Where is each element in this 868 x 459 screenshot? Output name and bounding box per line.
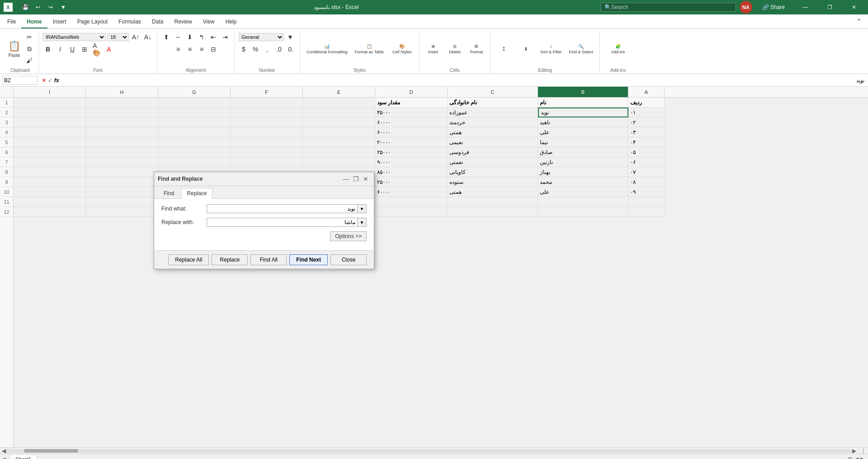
tab-help[interactable]: Help — [220, 16, 242, 28]
find-all-button[interactable]: Find All — [250, 254, 287, 265]
cell-d3[interactable]: ۶۰۰۰۰ — [375, 117, 448, 127]
tab-find[interactable]: Find — [158, 188, 180, 198]
row-num-9[interactable]: 9 — [0, 177, 13, 187]
undo-button[interactable]: ↩ — [33, 2, 43, 13]
col-header-f[interactable]: F — [231, 87, 303, 97]
font-name-select[interactable]: IRANSansWeb — [42, 33, 106, 41]
confirm-formula-button[interactable]: ✓ — [48, 77, 52, 84]
cell-d10[interactable]: ۶۰۰۰۰ — [375, 187, 448, 197]
cell-c4[interactable]: همتی — [448, 127, 538, 137]
row-num-10[interactable]: 10 — [0, 187, 13, 197]
number-format-select[interactable]: General — [239, 33, 284, 41]
align-middle-button[interactable]: ↔ — [173, 32, 184, 42]
tab-home[interactable]: Home — [21, 16, 47, 28]
number-format-expand[interactable]: ▼ — [285, 32, 296, 42]
col-header-e[interactable]: E — [303, 87, 375, 97]
cell-h1[interactable] — [86, 98, 158, 108]
cell-h10[interactable] — [86, 187, 158, 197]
cell-e7[interactable] — [303, 157, 375, 167]
cell-i3[interactable] — [14, 117, 86, 127]
add-ins-button[interactable]: 🧩 Add-ins — [609, 35, 628, 62]
options-button[interactable]: Options >> — [330, 231, 367, 241]
insert-cells-button[interactable]: ⊕ Insert — [423, 35, 443, 62]
tab-view[interactable]: View — [198, 16, 220, 28]
cell-f3[interactable] — [231, 117, 303, 127]
cell-c6[interactable]: فردوسی — [448, 147, 538, 157]
bold-button[interactable]: B — [42, 44, 53, 55]
cell-g7[interactable] — [158, 157, 231, 167]
cell-h4[interactable] — [86, 127, 158, 137]
percent-button[interactable]: % — [250, 44, 261, 55]
share-button[interactable]: 🔗 Share — [756, 1, 791, 13]
cell-e6[interactable] — [303, 147, 375, 157]
row-num-5[interactable]: 5 — [0, 137, 13, 147]
cell-d12[interactable] — [375, 207, 448, 217]
cell-f4[interactable] — [231, 127, 303, 137]
cell-c8[interactable]: کاویانی — [448, 167, 538, 177]
cell-reference-input[interactable] — [2, 76, 38, 85]
indent-decrease-button[interactable]: ⇤ — [208, 32, 219, 42]
cell-g5[interactable] — [158, 137, 231, 147]
font-color-button[interactable]: A — [104, 44, 114, 55]
cell-b2[interactable]: نوید — [538, 108, 628, 117]
cell-i7[interactable] — [14, 157, 86, 167]
cell-a8[interactable]: ۰۷ — [628, 167, 665, 177]
cell-i1[interactable] — [14, 98, 86, 108]
cell-h12[interactable] — [86, 207, 158, 217]
cell-i12[interactable] — [14, 207, 86, 217]
cell-c1[interactable]: نام خانوادگی — [448, 98, 538, 108]
horizontal-scrollbar[interactable]: ◀ ▶ ⋮ — [0, 447, 868, 454]
replace-with-dropdown[interactable]: ▼ — [357, 218, 366, 226]
cell-b10[interactable]: علی — [538, 187, 628, 197]
cell-a10[interactable]: ۰۹ — [628, 187, 665, 197]
find-what-dropdown[interactable]: ▼ — [357, 205, 366, 213]
cell-e2[interactable] — [303, 108, 375, 117]
row-num-4[interactable]: 4 — [0, 127, 13, 137]
col-header-g[interactable]: G — [158, 87, 231, 97]
fill-color-button[interactable]: A🎨 — [91, 44, 102, 55]
sort-filter-button[interactable]: ↕ Sort & Filter — [538, 35, 565, 62]
search-input[interactable] — [611, 4, 732, 10]
comma-button[interactable]: , — [262, 44, 273, 55]
cell-f1[interactable] — [231, 98, 303, 108]
save-button[interactable]: 💾 — [20, 2, 31, 13]
cell-d5[interactable]: ۲۰۰۰۰ — [375, 137, 448, 147]
font-size-select[interactable]: 18 — [107, 33, 129, 41]
cell-a4[interactable]: ۰۳ — [628, 127, 665, 137]
underline-button[interactable]: U — [67, 44, 78, 55]
cell-c9[interactable]: ستوده — [448, 177, 538, 187]
row-num-8[interactable]: 8 — [0, 167, 13, 177]
decrease-font-button[interactable]: A↓ — [142, 32, 153, 42]
cell-b3[interactable]: ناهید — [538, 117, 628, 127]
tab-data[interactable]: Data — [146, 16, 169, 28]
increase-font-button[interactable]: A↑ — [130, 32, 141, 42]
currency-button[interactable]: $ — [238, 44, 249, 55]
col-header-h[interactable]: H — [86, 87, 158, 97]
cell-b4[interactable]: علی — [538, 127, 628, 137]
cell-b11[interactable] — [538, 197, 628, 207]
cell-g2[interactable] — [158, 108, 231, 117]
close-dialog-button[interactable]: Close — [330, 254, 367, 265]
tab-formulas[interactable]: Formulas — [113, 16, 146, 28]
find-next-button[interactable]: Find Next — [289, 254, 328, 265]
cell-a11[interactable] — [628, 197, 665, 207]
minimize-button[interactable]: — — [795, 0, 816, 14]
cell-d8[interactable]: ۸۵۰۰۰ — [375, 167, 448, 177]
cell-g6[interactable] — [158, 147, 231, 157]
row-num-7[interactable]: 7 — [0, 157, 13, 167]
close-button[interactable]: ✕ — [844, 0, 864, 14]
cell-b9[interactable]: محمد — [538, 177, 628, 187]
cell-c5[interactable]: نعیمی — [448, 137, 538, 147]
cell-c7[interactable]: نعمتی — [448, 157, 538, 167]
cell-d6[interactable]: ۲۵۰۰۰ — [375, 147, 448, 157]
cell-d11[interactable] — [375, 197, 448, 207]
cell-i6[interactable] — [14, 147, 86, 157]
fill-button[interactable]: ⬇ — [516, 35, 536, 62]
cell-h3[interactable] — [86, 117, 158, 127]
tab-file[interactable]: File — [2, 16, 21, 28]
customize-qat-button[interactable]: ▼ — [58, 2, 69, 13]
scroll-track[interactable] — [6, 449, 852, 453]
add-sheet-button[interactable]: + — [0, 454, 10, 459]
paste-button[interactable]: 📋 Paste — [5, 35, 23, 62]
cell-g1[interactable] — [158, 98, 231, 108]
